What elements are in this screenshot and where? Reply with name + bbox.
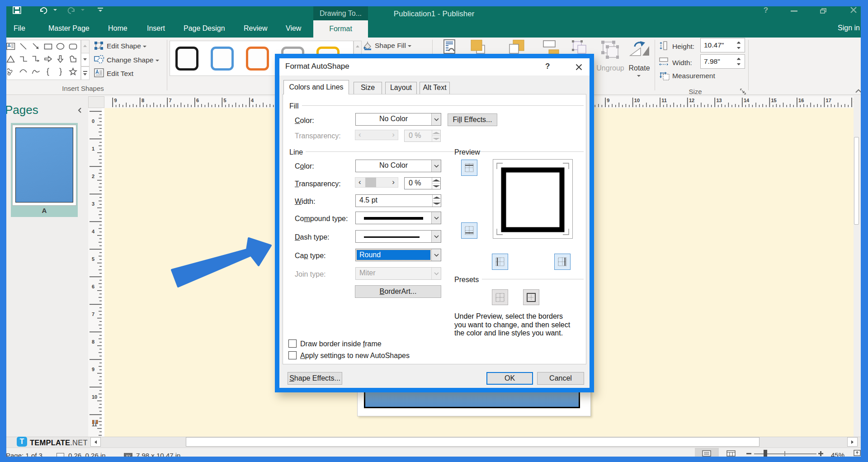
- svg-text:11: 11: [661, 98, 667, 103]
- svg-text:1: 1: [92, 146, 94, 151]
- svg-text:10: 10: [634, 98, 640, 103]
- svg-text:4: 4: [92, 229, 95, 234]
- svg-text:7: 7: [169, 98, 171, 103]
- svg-text:12: 12: [689, 98, 694, 103]
- svg-text:9: 9: [607, 98, 609, 103]
- svg-text:6: 6: [92, 284, 94, 289]
- svg-text:8: 8: [142, 98, 144, 103]
- svg-text:5: 5: [224, 98, 226, 103]
- svg-text:9: 9: [114, 98, 117, 103]
- svg-text:13: 13: [716, 98, 722, 103]
- svg-text:10: 10: [92, 394, 97, 400]
- svg-text:3: 3: [92, 201, 94, 207]
- svg-text:6: 6: [196, 98, 199, 103]
- svg-text:16: 16: [798, 98, 804, 103]
- svg-text:4: 4: [251, 98, 254, 103]
- svg-text:8: 8: [92, 339, 94, 344]
- svg-text:17: 17: [826, 98, 831, 103]
- svg-text:5: 5: [92, 256, 94, 262]
- svg-text:7: 7: [92, 311, 94, 317]
- svg-text:2: 2: [92, 174, 94, 179]
- svg-text:9: 9: [92, 367, 94, 372]
- svg-text:0: 0: [92, 118, 94, 124]
- svg-text:14: 14: [744, 98, 750, 103]
- svg-text:15: 15: [771, 98, 777, 103]
